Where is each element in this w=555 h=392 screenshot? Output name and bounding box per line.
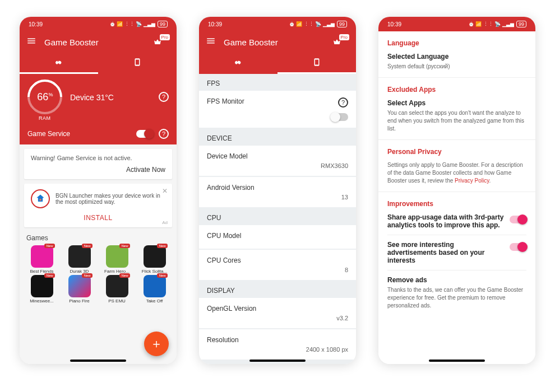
warning-card: Warning! Game Service is not active. Act… bbox=[24, 149, 172, 179]
game-label: Piano Fire bbox=[62, 298, 97, 304]
screen-device: 10:39 ⏰ 📶 ⋮⋮ 📡 ▁▃▅ 99 Game Booster Pro F… bbox=[199, 17, 356, 364]
new-badge: New bbox=[119, 273, 130, 278]
privacy-policy-link[interactable]: Privacy Policy bbox=[455, 178, 489, 184]
device-model-row: Device Model RMX3630 bbox=[199, 146, 356, 176]
status-bar: 10:39 ⏰ 📶 ⋮⋮ 📡 ▁▃▅ 99 bbox=[20, 17, 177, 31]
tab-bar bbox=[199, 53, 356, 74]
game-item[interactable]: NewTake Off bbox=[137, 275, 172, 304]
app-header: Game Booster Pro bbox=[199, 31, 356, 53]
game-item[interactable]: NewFlick Solita... bbox=[137, 245, 172, 274]
tab-device[interactable] bbox=[278, 53, 356, 74]
section-fps: FPS bbox=[199, 74, 356, 91]
game-item[interactable]: NewBest Fiends bbox=[24, 245, 59, 274]
ad-badge: Ad bbox=[162, 220, 168, 225]
app-header: Game Booster Pro bbox=[20, 31, 177, 53]
ads-interest-toggle[interactable] bbox=[510, 243, 526, 251]
status-bar: 10:39 ⏰ 📶 ⋮⋮ 📡 ▁▃▅ 99 bbox=[199, 17, 356, 31]
promo-card: ✕ BGN Launcher makes your device work in… bbox=[24, 184, 172, 227]
tab-device[interactable] bbox=[98, 53, 177, 74]
device-temp: Device 31°C bbox=[70, 92, 114, 102]
scroll-body[interactable]: FPS FPS Monitor ? DEVICE Device Model RM… bbox=[199, 74, 356, 364]
home-indicator bbox=[249, 360, 306, 362]
new-badge: New bbox=[119, 244, 130, 248]
game-item[interactable]: NewFarm Hero... bbox=[99, 245, 135, 274]
share-data-toggle[interactable] bbox=[510, 216, 526, 223]
opengl-row: OpenGL Version v3.2 bbox=[199, 298, 356, 328]
clock: 10:39 bbox=[29, 21, 43, 27]
section-privacy: Personal Privacy Settings only apply to … bbox=[378, 140, 535, 192]
menu-icon[interactable] bbox=[206, 36, 216, 48]
tab-games[interactable] bbox=[20, 53, 98, 74]
new-badge: New bbox=[44, 244, 54, 248]
home-indicator bbox=[429, 360, 485, 362]
gamepad-icon bbox=[233, 57, 243, 67]
android-version-row: Android Version 13 bbox=[199, 177, 356, 207]
help-icon[interactable]: ? bbox=[159, 129, 169, 139]
games-grid: NewBest FiendsNewDurak 3DNewFarm Hero...… bbox=[20, 245, 177, 304]
screen-games: 10:39 ⏰ 📶 ⋮⋮ 📡 ▁▃▅ 99 Game Booster Pro 6… bbox=[20, 17, 177, 364]
section-improvements: Improvements Share app-usage data with 3… bbox=[378, 192, 535, 316]
game-label: PS EMU bbox=[99, 298, 135, 304]
hero-panel: 66% Device 31°C ? RAM bbox=[20, 74, 177, 123]
new-badge: New bbox=[82, 273, 92, 278]
game-item[interactable]: NewMineswee... bbox=[24, 275, 59, 304]
new-badge: New bbox=[157, 244, 167, 248]
games-header: Games bbox=[20, 232, 177, 245]
section-display: DISPLAY bbox=[199, 281, 356, 298]
svg-point-0 bbox=[39, 199, 41, 200]
home-indicator bbox=[70, 360, 126, 362]
launcher-icon bbox=[31, 189, 50, 208]
cpu-cores-row: CPU Cores 8 bbox=[199, 250, 356, 280]
battery-icon: 99 bbox=[158, 21, 168, 28]
section-language[interactable]: Language Selected Language System defaul… bbox=[378, 31, 535, 78]
help-icon[interactable]: ? bbox=[159, 92, 169, 102]
game-service-row: Game Service ? bbox=[20, 123, 177, 144]
pro-button[interactable]: Pro bbox=[332, 38, 349, 46]
ram-gauge[interactable]: 66% bbox=[20, 72, 70, 122]
scroll-body[interactable]: Warning! Game Service is not active. Act… bbox=[20, 144, 177, 364]
help-icon[interactable]: ? bbox=[338, 97, 348, 108]
install-button[interactable]: INSTALL bbox=[31, 214, 165, 222]
gamepad-icon bbox=[54, 57, 64, 67]
new-badge: New bbox=[157, 273, 167, 278]
status-bar: 10:39 ⏰ 📶 ⋮⋮ 📡 ▁▃▅ 99 bbox=[378, 17, 535, 31]
app-title: Game Booster bbox=[44, 38, 145, 47]
tab-bar bbox=[20, 53, 177, 74]
phone-icon bbox=[132, 57, 142, 67]
resolution-row: Resolution 2400 x 1080 px bbox=[199, 329, 356, 360]
status-icons: ⏰ 📶 ⋮⋮ 📡 ▁▃▅ 99 bbox=[109, 21, 168, 28]
cpu-model-row: CPU Model bbox=[199, 225, 356, 249]
fps-monitor-row[interactable]: FPS Monitor ? bbox=[199, 91, 356, 128]
activate-button[interactable]: Activate Now bbox=[31, 166, 165, 174]
ram-label: RAM bbox=[39, 115, 169, 121]
tab-games[interactable] bbox=[199, 53, 278, 74]
screen-settings: 10:39 ⏰ 📶 ⋮⋮ 📡 ▁▃▅ 99 Language Selected … bbox=[378, 17, 535, 364]
fab-add[interactable]: ＋ bbox=[144, 332, 169, 356]
section-cpu: CPU bbox=[199, 208, 356, 225]
game-item[interactable]: NewPS EMU bbox=[99, 275, 135, 304]
ads-interest-row[interactable]: See more interesting advertisements base… bbox=[387, 241, 526, 264]
game-item[interactable]: NewDurak 3D bbox=[62, 245, 97, 274]
share-data-row[interactable]: Share app-usage data with 3rd-party anal… bbox=[387, 213, 526, 229]
close-icon[interactable]: ✕ bbox=[162, 187, 168, 195]
fps-toggle[interactable] bbox=[331, 113, 348, 121]
menu-icon[interactable] bbox=[26, 36, 36, 48]
game-label: Mineswee... bbox=[24, 298, 59, 304]
game-item[interactable]: NewPiano Fire bbox=[62, 275, 97, 304]
scroll-body[interactable]: Language Selected Language System defaul… bbox=[378, 31, 535, 364]
game-label: Take Off bbox=[137, 298, 172, 304]
remove-ads-row[interactable]: Remove ads Thanks to the ads, we can off… bbox=[387, 276, 526, 310]
new-badge: New bbox=[82, 244, 92, 248]
phone-icon bbox=[312, 57, 322, 67]
section-device: DEVICE bbox=[199, 129, 356, 146]
new-badge: New bbox=[44, 273, 54, 278]
game-service-toggle[interactable] bbox=[136, 130, 153, 138]
section-excluded[interactable]: Excluded Apps Select Apps You can select… bbox=[378, 78, 535, 140]
pro-button[interactable]: Pro bbox=[153, 38, 170, 46]
